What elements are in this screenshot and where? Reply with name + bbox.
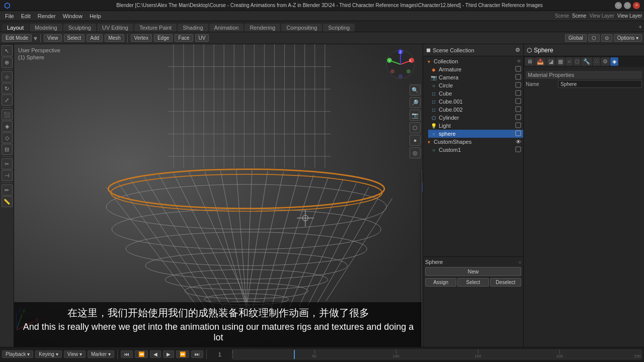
new-material-button[interactable]: New xyxy=(425,267,521,276)
close-button[interactable]: ✕ xyxy=(633,2,640,9)
face-mode[interactable]: Face xyxy=(175,34,193,42)
cm-edge-bevel-weight[interactable]: Edge Bevel Weight xyxy=(422,316,423,325)
add-workspace-button[interactable]: + xyxy=(638,24,642,32)
transform-global[interactable]: Global xyxy=(565,34,587,42)
props-tab-output[interactable]: 📤 xyxy=(535,57,546,66)
camera-view-icon[interactable]: 📷 xyxy=(410,110,421,121)
step-forward-button[interactable]: ⏩ xyxy=(176,350,189,358)
shading-mode[interactable]: ⬡ xyxy=(588,34,600,42)
cm-edge-crease[interactable]: Edge Crease Shift E xyxy=(422,307,423,316)
tool-bevel[interactable]: ◇ xyxy=(2,132,13,143)
props-tab-view-layer[interactable]: ◪ xyxy=(546,57,555,66)
tool-inset[interactable]: ◈ xyxy=(2,121,13,132)
cm-bisect[interactable]: Bisect xyxy=(422,264,423,273)
tool-rotate[interactable]: ↻ xyxy=(2,83,13,94)
tool-loopcut[interactable]: ⊟ xyxy=(2,144,13,155)
tab-texture-paint[interactable]: Texture Paint xyxy=(134,24,177,32)
tool-bisect[interactable]: ⊣ xyxy=(2,170,13,181)
props-tab-render[interactable]: 🖥 xyxy=(525,57,534,66)
tree-item-cube002[interactable]: □ Cube.002 xyxy=(428,106,523,114)
tree-item-armature[interactable]: ◆ Armature xyxy=(428,65,523,73)
tab-animation[interactable]: Animation xyxy=(209,24,244,32)
keying-menu[interactable]: Keying ▾ xyxy=(35,350,61,358)
tree-item-camera[interactable]: 📷 Camera xyxy=(428,73,523,81)
cm-clear-seam[interactable]: Clear Seam xyxy=(422,338,423,347)
tree-item-light[interactable]: 💡 Light xyxy=(428,122,523,130)
menu-window[interactable]: Window xyxy=(60,13,86,20)
custom1-vis[interactable] xyxy=(515,146,521,153)
armature-vis[interactable] xyxy=(515,66,521,73)
select-button[interactable]: Select xyxy=(457,278,489,287)
cm-bridge-edge-loops[interactable]: Bridge Edge Loops xyxy=(422,210,423,219)
viewport[interactable]: X Y Z User Perspective (1) Sphere X xyxy=(14,44,423,347)
options-btn[interactable]: Options ▾ xyxy=(614,34,642,42)
tab-layout[interactable]: Layout xyxy=(2,24,29,32)
cylinder-vis[interactable] xyxy=(515,114,521,121)
tab-compositing[interactable]: Compositing xyxy=(281,24,322,32)
jump-start-button[interactable]: ⏮ xyxy=(121,350,133,358)
tool-measure[interactable]: 📏 xyxy=(2,196,13,207)
view-menu[interactable]: View xyxy=(44,34,62,42)
tool-move[interactable]: ⊹ xyxy=(2,71,13,82)
tab-rendering[interactable]: Rendering xyxy=(245,24,280,32)
tool-select[interactable]: ↖ xyxy=(2,45,13,56)
cm-subdivide[interactable]: Subdivide xyxy=(422,183,423,192)
tool-scale[interactable]: ⤢ xyxy=(2,95,13,106)
name-input[interactable] xyxy=(558,80,642,88)
tree-item-cylinder[interactable]: ⬠ Cylinder xyxy=(428,114,523,122)
cm-loop-cut[interactable]: Loop Cut and Slide Ctrl R xyxy=(422,237,423,246)
menu-edit[interactable]: Edit xyxy=(18,13,34,20)
select-menu[interactable]: Select xyxy=(64,34,85,42)
zoom-out-icon[interactable]: 🔎 xyxy=(410,97,421,108)
props-tab-modifier[interactable]: 🔧 xyxy=(581,57,592,66)
menu-file[interactable]: File xyxy=(2,13,17,20)
vertex-mode[interactable]: Vertex xyxy=(131,34,152,42)
tool-extrude[interactable]: ⬛ xyxy=(2,109,13,120)
tab-uv-editing[interactable]: UV Editing xyxy=(97,24,133,32)
cm-rotate-edge-cw[interactable]: Rotate Edge CW xyxy=(422,277,423,286)
customshapes-vis[interactable]: 👁 xyxy=(516,139,521,145)
play-button[interactable]: ▶ xyxy=(163,350,174,358)
tool-annotate[interactable]: ✏ xyxy=(2,185,13,196)
maximize-button[interactable]: □ xyxy=(624,2,631,9)
visibility-icon[interactable]: 👁 xyxy=(517,59,521,64)
cube-vis[interactable] xyxy=(515,90,521,97)
tree-item-cube001[interactable]: □ Cube.001 xyxy=(428,98,523,106)
tab-scripting[interactable]: Scripting xyxy=(323,24,355,32)
props-tab-physics[interactable]: ⚙ xyxy=(601,57,610,66)
tab-shading[interactable]: Shading xyxy=(178,24,208,32)
cm-new-face[interactable]: New Face from Edges F xyxy=(422,219,423,228)
deselect-button[interactable]: Deselect xyxy=(490,278,521,287)
tree-item-cube[interactable]: □ Cube xyxy=(428,89,523,98)
menu-help[interactable]: Help xyxy=(87,13,104,20)
props-tab-world[interactable]: ○ xyxy=(566,57,573,66)
tool-cursor[interactable]: ⊕ xyxy=(2,57,13,68)
cm-edge-slide[interactable]: Edge Slide xyxy=(422,286,423,295)
zoom-in-icon[interactable]: 🔍 xyxy=(410,84,421,96)
cm-knife-topology[interactable]: Knife Topology Tool xyxy=(422,255,423,264)
cm-edge-split[interactable]: Edge Split xyxy=(422,295,423,304)
tool-knife[interactable]: ✂ xyxy=(2,158,13,169)
minimize-button[interactable]: ─ xyxy=(615,2,622,9)
mode-selector[interactable]: Edit Mode xyxy=(2,34,32,42)
edge-mode[interactable]: Edge xyxy=(154,34,173,42)
mesh-menu[interactable]: Mesh xyxy=(105,34,124,42)
uv-mode[interactable]: UV xyxy=(195,34,209,42)
timeline-bar[interactable]: 1 50 100 150 200 250 xyxy=(232,349,642,359)
play-backward-button[interactable]: ◀ xyxy=(150,350,161,358)
viewport-gizmo[interactable]: X Y Z xyxy=(385,49,416,79)
props-tab-object[interactable]: □ xyxy=(574,57,581,66)
step-back-button[interactable]: ⏪ xyxy=(135,350,148,358)
marker-menu[interactable]: Marker ▾ xyxy=(88,350,114,358)
props-tab-particles[interactable]: ∴ xyxy=(593,57,600,66)
filter-icon[interactable]: ⚙ xyxy=(515,47,520,53)
tree-item-collection[interactable]: ▾ Collection 👁 xyxy=(423,57,523,65)
tree-item-custom1[interactable]: ○ Custom1 xyxy=(428,146,523,154)
tab-modeling[interactable]: Modeling xyxy=(30,24,62,32)
overlay-options[interactable]: ⊙ xyxy=(601,34,612,42)
window-controls[interactable]: ─ □ ✕ xyxy=(615,2,640,9)
camera-vis[interactable] xyxy=(515,74,521,81)
cm-bevel-edges[interactable]: Bevel Edges Ctrl B xyxy=(422,201,423,210)
tree-item-customshapes[interactable]: ▾ CustomShapes 👁 xyxy=(423,138,523,146)
playback-menu[interactable]: Playback ▾ xyxy=(2,350,33,358)
